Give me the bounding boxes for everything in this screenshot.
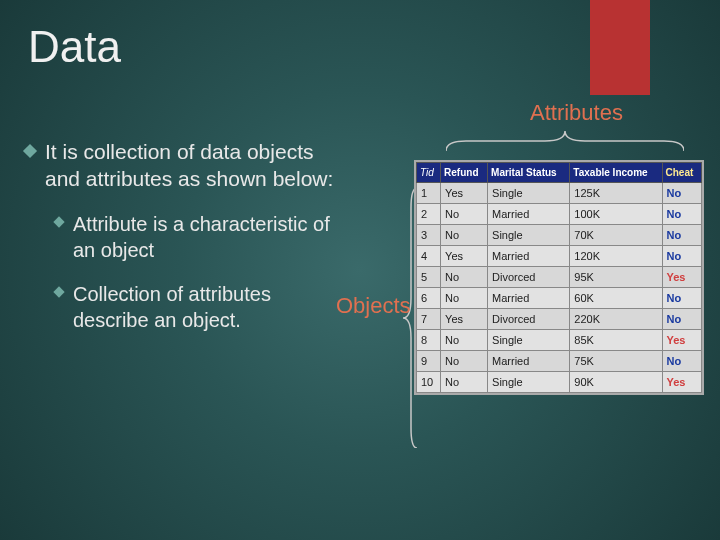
table-cell: No (662, 225, 702, 246)
content-area: It is collection of data objects and att… (25, 138, 335, 351)
table-cell: Single (488, 225, 570, 246)
table-cell: No (441, 225, 488, 246)
attributes-callout: Attributes (530, 100, 623, 126)
table-cell: 10 (417, 372, 441, 393)
table-cell: 220K (570, 309, 662, 330)
table-cell: No (662, 288, 702, 309)
table-cell: 7 (417, 309, 441, 330)
table-cell: No (441, 288, 488, 309)
table-cell: No (441, 267, 488, 288)
table-row: 6NoMarried60KNo (417, 288, 702, 309)
bullet-sub1: Attribute is a characteristic of an obje… (55, 211, 335, 263)
table-cell: No (662, 351, 702, 372)
table-cell: 85K (570, 330, 662, 351)
table-row: 3NoSingle70KNo (417, 225, 702, 246)
table-cell: Married (488, 246, 570, 267)
slide-title: Data (28, 22, 121, 72)
table-cell: No (441, 372, 488, 393)
bullet-main: It is collection of data objects and att… (25, 138, 335, 193)
table-cell: 90K (570, 372, 662, 393)
table-cell: 1 (417, 183, 441, 204)
bullet-main-text: It is collection of data objects and att… (45, 138, 335, 193)
col-cheat: Cheat (662, 163, 702, 183)
table-cell: No (662, 183, 702, 204)
table-cell: No (662, 309, 702, 330)
table-cell: Yes (662, 267, 702, 288)
table-cell: Yes (662, 330, 702, 351)
bullet-diamond-icon (53, 286, 64, 297)
brace-top-icon (446, 131, 684, 153)
table-row: 1YesSingle125KNo (417, 183, 702, 204)
col-tid: Tid (417, 163, 441, 183)
table-cell: No (662, 246, 702, 267)
data-table: Tid Refund Marital Status Taxable Income… (414, 160, 704, 395)
table-cell: 75K (570, 351, 662, 372)
table-cell: Yes (441, 309, 488, 330)
table-cell: Single (488, 183, 570, 204)
table-cell: 3 (417, 225, 441, 246)
table-row: 5NoDivorced95KYes (417, 267, 702, 288)
table-row: 10NoSingle90KYes (417, 372, 702, 393)
bullet-sub2-text: Collection of attributes describe an obj… (73, 281, 335, 333)
table-cell: 2 (417, 204, 441, 225)
table-row: 7YesDivorced220KNo (417, 309, 702, 330)
table-cell: 70K (570, 225, 662, 246)
table-cell: No (441, 351, 488, 372)
table-cell: 8 (417, 330, 441, 351)
bullet-sub1-text: Attribute is a characteristic of an obje… (73, 211, 335, 263)
table-cell: 100K (570, 204, 662, 225)
table-cell: Divorced (488, 267, 570, 288)
bullet-diamond-icon (23, 144, 37, 158)
table-cell: No (662, 204, 702, 225)
table-header-row: Tid Refund Marital Status Taxable Income… (417, 163, 702, 183)
table-cell: 9 (417, 351, 441, 372)
table-row: 4YesMarried120KNo (417, 246, 702, 267)
table-cell: 95K (570, 267, 662, 288)
table-cell: Married (488, 351, 570, 372)
col-income: Taxable Income (570, 163, 662, 183)
table-cell: Yes (662, 372, 702, 393)
bullet-diamond-icon (53, 216, 64, 227)
col-refund: Refund (441, 163, 488, 183)
table-row: 9NoMarried75KNo (417, 351, 702, 372)
table-cell: 6 (417, 288, 441, 309)
objects-callout: Objects (336, 293, 411, 319)
bullet-sub2: Collection of attributes describe an obj… (55, 281, 335, 333)
table-cell: 120K (570, 246, 662, 267)
table-cell: 5 (417, 267, 441, 288)
table-cell: Single (488, 372, 570, 393)
accent-bar (590, 0, 650, 95)
table-cell: 60K (570, 288, 662, 309)
table-cell: Single (488, 330, 570, 351)
table-cell: Married (488, 204, 570, 225)
table-cell: Divorced (488, 309, 570, 330)
col-marital: Marital Status (488, 163, 570, 183)
table-row: 8NoSingle85KYes (417, 330, 702, 351)
table-cell: No (441, 204, 488, 225)
table-cell: Yes (441, 183, 488, 204)
table-cell: 4 (417, 246, 441, 267)
table-cell: Married (488, 288, 570, 309)
table-cell: 125K (570, 183, 662, 204)
table-row: 2NoMarried100KNo (417, 204, 702, 225)
table-cell: No (441, 330, 488, 351)
table-cell: Yes (441, 246, 488, 267)
